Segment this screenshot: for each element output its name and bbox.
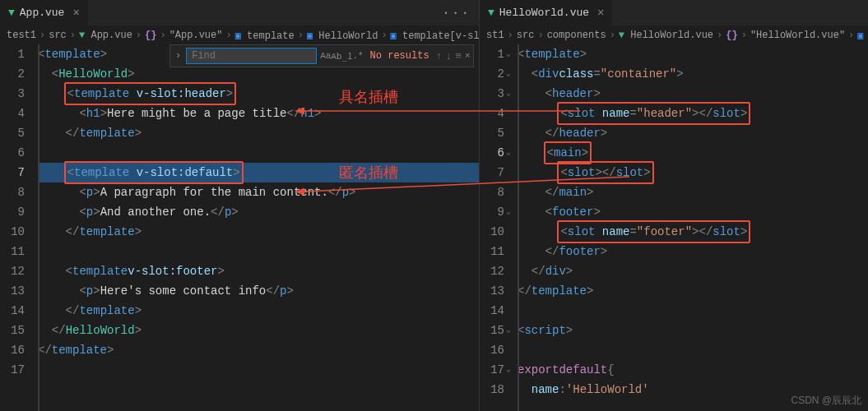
code-line[interactable] — [518, 301, 868, 321]
code-line[interactable]: <template v-slot:default> — [38, 163, 479, 182]
close-icon[interactable]: × — [72, 7, 79, 20]
editor[interactable]: 1234567891011121314151617 <template> <He… — [0, 44, 479, 411]
code-line[interactable]: <template v-slot:header> — [38, 84, 479, 104]
code-line[interactable]: ⌄<script> — [518, 321, 868, 340]
watermark: CSDN @辰辰北 — [791, 394, 861, 408]
code-line[interactable]: <slot name="footer"></slot> — [518, 222, 868, 242]
code-line[interactable]: <p>And another one.</p> — [38, 202, 479, 222]
code-area[interactable]: ⌄<template>⌄ <div class="container">⌄ <h… — [518, 44, 868, 411]
tab-label: App.vue — [20, 7, 65, 19]
regex-icon[interactable]: .* — [352, 48, 363, 63]
find-input[interactable] — [186, 48, 317, 64]
gutter: 123456789101112131415161718 — [480, 44, 518, 411]
chevron-right-icon[interactable]: › — [174, 50, 183, 62]
code-line[interactable]: <h1>Here might be a page title</h1> — [38, 104, 479, 123]
close-icon[interactable]: × — [597, 7, 604, 20]
next-icon[interactable]: ↓ — [445, 48, 452, 63]
tab-label: HelloWorld.vue — [499, 7, 589, 19]
code-line[interactable]: <slot name="header"></slot> — [518, 104, 868, 123]
menu-icon[interactable]: ≡ — [455, 48, 462, 63]
code-line[interactable]: <p>Here's some contact info</p> — [38, 281, 479, 301]
code-line[interactable] — [38, 360, 479, 380]
vue-icon: ▼ — [488, 7, 494, 19]
code-line[interactable] — [38, 143, 479, 163]
code-line[interactable]: ⌄ <div class="container"> — [518, 64, 868, 84]
code-line[interactable]: <template v-slot:footer> — [38, 261, 479, 281]
code-line[interactable]: ⌄export default { — [518, 360, 868, 380]
code-line[interactable]: </main> — [518, 182, 868, 202]
code-line[interactable]: ⌄ <main> — [518, 143, 868, 163]
more-icon[interactable]: ··· — [434, 6, 479, 21]
code-line[interactable]: </footer> — [518, 242, 868, 261]
breadcrumbs[interactable]: test1 › src › ▼ App.vue › {} › "App.vue"… — [0, 26, 479, 44]
code-line[interactable]: ⌄ <footer> — [518, 202, 868, 222]
find-widget: › Aa Ab̲l .* No results ↑ ↓ ≡ × — [169, 44, 474, 67]
code-line[interactable]: </HelloWorld> — [38, 321, 479, 340]
code-line[interactable]: </template> — [38, 222, 479, 242]
code-line[interactable]: </template> — [38, 340, 479, 360]
close-find-icon[interactable]: × — [465, 48, 471, 63]
breadcrumbs[interactable]: st1 › src › components › ▼ HelloWorld.vu… — [480, 26, 868, 44]
code-line[interactable]: </div> — [518, 261, 868, 281]
tab-app-vue[interactable]: ▼ App.vue × — [0, 0, 89, 26]
code-line[interactable]: <slot></slot> — [518, 163, 868, 182]
code-line[interactable]: <p>A paragraph for the main content.</p> — [38, 182, 479, 202]
left-pane: ▼ App.vue × ··· test1 › src › ▼ App.vue … — [0, 0, 479, 411]
match-case-icon[interactable]: Aa — [320, 48, 331, 63]
prev-icon[interactable]: ↑ — [436, 48, 443, 63]
code-line[interactable]: </header> — [518, 123, 868, 143]
tab-bar: ▼ HelloWorld.vue × — [480, 0, 868, 26]
gutter: 1234567891011121314151617 — [0, 44, 38, 411]
code-line[interactable] — [38, 242, 479, 261]
right-pane: ▼ HelloWorld.vue × st1 › src › component… — [480, 0, 868, 411]
tab-helloworld-vue[interactable]: ▼ HelloWorld.vue × — [480, 0, 613, 26]
code-line[interactable]: ⌄ <header> — [518, 84, 868, 104]
match-word-icon[interactable]: Ab̲l — [334, 48, 349, 63]
code-line[interactable]: </template> — [38, 301, 479, 321]
find-results: No results — [367, 50, 433, 62]
code-line[interactable] — [518, 340, 868, 360]
code-line[interactable]: ⌄<template> — [518, 44, 868, 64]
tab-bar: ▼ App.vue × ··· — [0, 0, 479, 26]
code-area[interactable]: <template> <HelloWorld> <template v-slot… — [38, 44, 479, 411]
code-line[interactable]: </template> — [518, 281, 868, 301]
editor[interactable]: 123456789101112131415161718 ⌄<template>⌄… — [480, 44, 868, 411]
vue-icon: ▼ — [8, 7, 15, 19]
code-line[interactable]: </template> — [38, 123, 479, 143]
